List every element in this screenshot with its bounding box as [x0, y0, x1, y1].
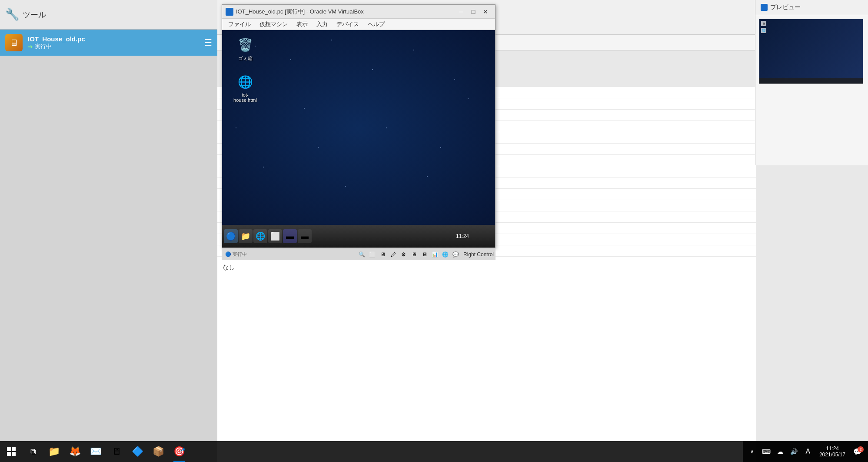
start-button[interactable] — [0, 441, 23, 462]
clock-time: 11:24 — [826, 445, 839, 452]
notification-center[interactable]: 💬 2 — [851, 445, 865, 459]
tray-keyboard-icon[interactable]: ⌨ — [760, 441, 772, 462]
vm-window-icon — [226, 8, 233, 16]
html-label: iot-house.html — [232, 92, 259, 103]
star-decoration — [386, 127, 387, 128]
vm-clock: 11:24 — [456, 233, 469, 239]
star-decoration — [263, 167, 264, 167]
menu-machine[interactable]: 仮想マシン — [255, 19, 292, 30]
star-decoration — [236, 127, 236, 128]
app-title: ツール — [23, 10, 46, 20]
taskbar-virtualbox[interactable]: 🎯 — [169, 441, 190, 462]
menu-help[interactable]: ヘルプ — [363, 19, 389, 30]
status-icon-6[interactable]: 🖥 — [409, 250, 419, 259]
maximize-button[interactable]: □ — [467, 7, 479, 17]
vm-task-window[interactable]: ⬜ — [268, 229, 282, 243]
taskbar-task-view[interactable]: ⧉ — [23, 441, 43, 462]
star-decoration — [440, 147, 441, 148]
vm-window: IOT_House_old.pc [実行中] - Oracle VM Virtu… — [222, 4, 496, 248]
desktop-icon-html[interactable]: 🌐 iot-house.html — [230, 71, 260, 104]
tray-volume-icon[interactable]: 🔊 — [788, 441, 800, 462]
star-decoration — [427, 176, 428, 177]
vm-list-item[interactable]: 🖥 IOT_House_old.pc ➜ 実行中 ☰ — [0, 30, 217, 56]
status-arrow-icon: ➜ — [28, 43, 33, 50]
preview-thumbnail: 🗑 🌐 — [759, 19, 863, 84]
star-decoration — [345, 186, 346, 187]
star-decoration — [413, 50, 414, 50]
menu-input[interactable]: 入力 — [312, 19, 332, 30]
desktop-icon-trash[interactable]: 🗑️ ゴミ箱 — [230, 34, 260, 64]
vm-menu-icon[interactable]: ☰ — [204, 37, 212, 48]
vm-status: ➜ 実行中 — [28, 43, 199, 50]
bottom-section: なし — [217, 260, 756, 462]
clock-date: 2021/05/17 — [819, 452, 845, 458]
status-icon-7[interactable]: 🖥 — [420, 250, 429, 259]
status-icon-5[interactable]: ⚙ — [399, 250, 409, 259]
notification-count: 2 — [858, 446, 864, 452]
taskbar-file-explorer[interactable]: 📁 — [43, 441, 64, 462]
preview-title: プレビュー — [770, 3, 801, 11]
star-decoration — [454, 79, 455, 80]
status-icon-3[interactable]: 🖥 — [378, 250, 388, 259]
vm-menubar: ファイル 仮想マシン 表示 入力 デバイス ヘルプ — [222, 19, 495, 30]
clock-display[interactable]: 11:24 2021/05/17 — [816, 441, 849, 462]
system-tray: ∧ ⌨ ☁ 🔊 A 11:24 2021/05/17 💬 2 — [743, 441, 868, 462]
vm-status-bar: 🔵 実行中 🔍 ⬜ 🖥 🖊 ⚙ 🖥 🖥 📊 🌐 💬 Right Control — [222, 248, 496, 260]
trash-label: ゴミ箱 — [238, 55, 253, 62]
right-control-label: Right Control — [463, 251, 494, 258]
status-left: 🔵 実行中 — [223, 251, 356, 258]
status-icon-1[interactable]: 🔍 — [357, 250, 367, 259]
vm-titlebar: IOT_House_old.pc [実行中] - Oracle VM Virtu… — [222, 5, 495, 19]
vm-name: IOT_House_old.pc — [28, 35, 199, 43]
star-decoration — [372, 69, 373, 70]
star-decoration — [304, 108, 305, 109]
close-button[interactable]: ✕ — [479, 7, 492, 17]
vm-task-browser[interactable]: 🌐 — [253, 229, 267, 243]
trash-icon: 🗑️ — [236, 36, 254, 54]
preview-header-icon — [761, 4, 768, 11]
left-panel: 🔧 ツール 🖥 IOT_House_old.pc ➜ 実行中 ☰ — [0, 0, 217, 462]
menu-view[interactable]: 表示 — [292, 19, 312, 30]
status-icon-4[interactable]: 🖊 — [389, 250, 398, 259]
status-icon-2[interactable]: ⬜ — [368, 250, 377, 259]
star-decoration — [290, 59, 291, 60]
preview-mini-icon2: 🌐 — [761, 28, 766, 33]
vm-task-start[interactable]: 🔵 — [224, 229, 238, 243]
status-text: 🔵 実行中 — [225, 251, 247, 258]
tools-icon: 🔧 — [5, 8, 19, 21]
tray-font-icon[interactable]: A — [802, 441, 814, 462]
taskbar-box[interactable]: 📦 — [148, 441, 169, 462]
vm-task-item2[interactable]: ▬ — [298, 229, 312, 243]
right-preview-panel: プレビュー 🗑 🌐 — [755, 0, 868, 165]
star-decoration — [331, 40, 332, 40]
vm-window-title: IOT_House_old.pc [実行中] - Oracle VM Virtu… — [236, 8, 455, 16]
status-icon-9[interactable]: 🌐 — [441, 250, 450, 259]
html-icon: 🌐 — [236, 73, 254, 90]
vm-task-files[interactable]: 📁 — [239, 229, 253, 243]
vm-info: IOT_House_old.pc ➜ 実行中 — [28, 35, 199, 50]
vm-logo-icon: 🖥 — [5, 34, 23, 51]
windows-taskbar: ⧉ 📁 🦊 ✉️ 🖥 🔷 📦 🎯 ∧ ⌨ ☁ 🔊 A 11:24 2021/05… — [0, 441, 868, 462]
vm-desktop: 🗑️ ゴミ箱 🌐 iot-house.html — [222, 30, 495, 225]
minimize-button[interactable]: ─ — [455, 7, 467, 17]
preview-mini-icon1: 🗑 — [761, 21, 766, 26]
main-area: 新規(N) ⚙️ 設定(S) 破棄 表示(H) ▾ — [217, 0, 868, 462]
tray-cloud-icon[interactable]: ☁ — [774, 441, 786, 462]
status-icon-8[interactable]: 📊 — [430, 250, 440, 259]
tray-expand-icon[interactable]: ∧ — [746, 441, 758, 462]
windows-logo-icon — [7, 447, 16, 456]
preview-mini-taskbar — [759, 78, 863, 84]
toolbar: 🔧 ツール — [0, 0, 217, 30]
taskbar-pc[interactable]: 🖥 — [106, 441, 127, 462]
star-decoration — [468, 98, 469, 99]
star-decoration — [318, 147, 319, 148]
status-icons: 🔍 ⬜ 🖥 🖊 ⚙ 🖥 🖥 📊 🌐 💬 Right Control — [357, 250, 494, 259]
menu-devices[interactable]: デバイス — [332, 19, 363, 30]
vm-task-item1[interactable]: ▬ — [283, 229, 297, 243]
status-icon-10[interactable]: 💬 — [451, 250, 461, 259]
menu-file[interactable]: ファイル — [224, 19, 255, 30]
taskbar-firefox[interactable]: 🦊 — [64, 441, 85, 462]
taskbar-edge[interactable]: 🔷 — [127, 441, 148, 462]
taskbar-mail[interactable]: ✉️ — [85, 441, 106, 462]
preview-header: プレビュー — [755, 0, 868, 15]
